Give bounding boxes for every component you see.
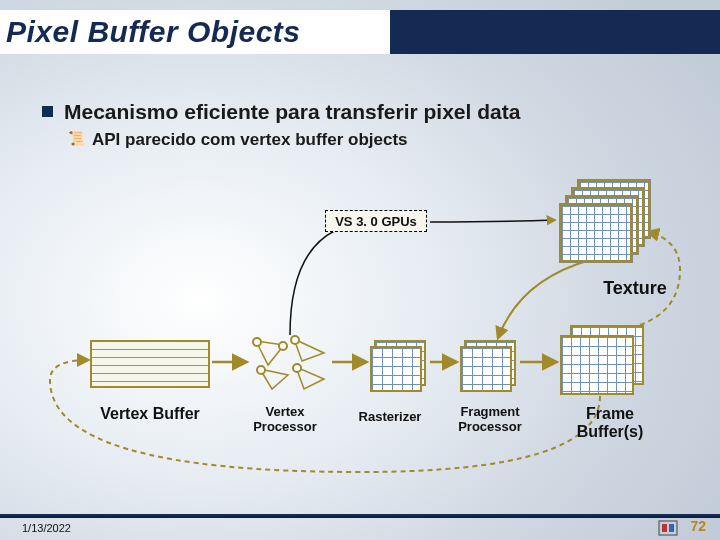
texture-icon [560, 180, 660, 270]
bullet-list: Mecanismo eficiente para transferir pixe… [40, 100, 680, 150]
pipeline-diagram: VS 3. 0 GPUs Texture Vertex Buf [0, 160, 720, 480]
rasterizer-label: Rasterizer [345, 410, 435, 425]
page-number: 72 [690, 518, 706, 534]
rasterizer-icon [370, 340, 428, 392]
title-bar: Pixel Buffer Objects [0, 10, 720, 54]
svg-rect-9 [662, 524, 667, 532]
lab-logo [658, 520, 678, 536]
vertex-processor-icon [250, 335, 330, 393]
frame-buffer-icon [560, 325, 660, 405]
vs3-gpus-box: VS 3. 0 GPUs [325, 210, 427, 232]
slide-title: Pixel Buffer Objects [0, 15, 301, 49]
svg-rect-8 [659, 521, 677, 535]
texture-label: Texture [580, 278, 690, 299]
bullet-level-1: Mecanismo eficiente para transferir pixe… [40, 100, 680, 124]
svg-rect-10 [669, 524, 674, 532]
vertex-processor-label: VertexProcessor [245, 405, 325, 435]
footer-divider [0, 514, 720, 518]
fragment-processor-label: FragmentProcessor [450, 405, 530, 435]
vertex-buffer-icon [90, 340, 210, 388]
bullet-level-2: API parecido com vertex buffer objects [40, 130, 680, 150]
fragment-processor-icon [460, 340, 518, 392]
frame-buffer-label: FrameBuffer(s) [555, 405, 665, 442]
footer-date: 1/13/2022 [22, 522, 71, 534]
vertex-buffer-label: Vertex Buffer [95, 405, 205, 423]
